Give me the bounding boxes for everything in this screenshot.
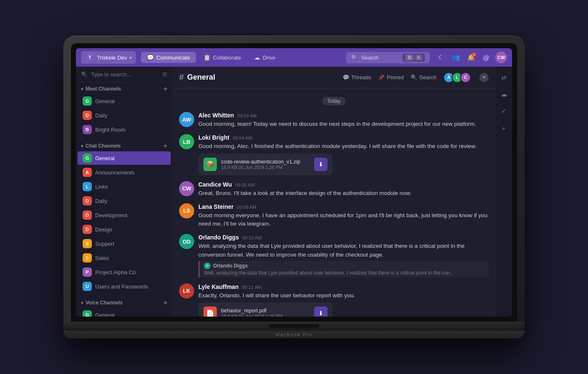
top-nav: T Triskele Dev ▾ 💬 Communicate 📋 Collabo… bbox=[76, 48, 512, 67]
collaborate-label: Collaborate bbox=[213, 55, 241, 61]
avatar: CW bbox=[179, 181, 194, 196]
channel-avatar: U bbox=[83, 282, 92, 291]
meet-channels-toggle[interactable]: ▾ bbox=[81, 87, 83, 91]
avatar: OD bbox=[179, 234, 194, 249]
download-button[interactable]: ⬇ bbox=[314, 158, 328, 171]
members-close-button[interactable]: ✕ bbox=[479, 73, 489, 82]
chat-channel-support[interactable]: S Support bbox=[78, 237, 171, 250]
message-time: 09:08 AM bbox=[237, 205, 256, 210]
voice-channels-toggle[interactable]: ▾ bbox=[81, 301, 83, 305]
chat-channels-add[interactable]: + bbox=[164, 143, 167, 149]
communicate-tab[interactable]: 💬 Communicate bbox=[141, 52, 196, 63]
meet-channels-label: Meet Channels bbox=[86, 86, 121, 92]
laptop-notch-area bbox=[63, 322, 525, 331]
message-header: Loki Bright 09:04 AM bbox=[198, 134, 489, 141]
theme-toggle-button[interactable]: ☾ bbox=[435, 52, 447, 63]
workspace-name: Triskele Dev bbox=[97, 55, 127, 61]
avatar: LK bbox=[179, 283, 194, 299]
message-header: Candice Wu 09:05 AM bbox=[198, 181, 489, 188]
quoted-text: Well, analyzing the data that Lyle provi… bbox=[204, 270, 455, 276]
meet-channels-add[interactable]: + bbox=[164, 86, 167, 92]
chat-channel-links[interactable]: L Links bbox=[78, 180, 171, 193]
collaborate-tab[interactable]: 📋 Collaborate bbox=[198, 52, 247, 63]
channel-name: Project Alpha Co. bbox=[95, 269, 137, 275]
user-avatar-nav[interactable]: CW bbox=[495, 52, 507, 63]
voice-channels-label: Voice Channels bbox=[86, 300, 122, 306]
avatar: LB bbox=[179, 134, 194, 149]
file-info: behavior_report.pdf 18.9 KB 01 Jun 2024 … bbox=[221, 308, 310, 317]
drive-tab[interactable]: ☁ Drive bbox=[248, 52, 281, 63]
message-row: AW Alec Whitten 09:04 AM Good morning, t… bbox=[179, 112, 489, 128]
chat-channel-users-passwords[interactable]: U Users and Passwords bbox=[78, 280, 171, 293]
message-header: Alec Whitten 09:04 AM bbox=[198, 112, 489, 119]
channel-name: Design bbox=[95, 226, 112, 233]
chat-channel-general[interactable]: G General bbox=[78, 151, 171, 165]
member-avatar-3[interactable]: C bbox=[460, 72, 471, 83]
notification-badge: 1 bbox=[472, 52, 476, 57]
date-divider: Today bbox=[179, 97, 489, 105]
message-header: Orlando Diggs 09:10 AM bbox=[198, 234, 489, 241]
channel-avatar: D bbox=[83, 225, 92, 234]
chat-channels-header: ▾ Chat Channels + bbox=[76, 139, 172, 151]
channel-avatar: A bbox=[83, 168, 92, 177]
main-content: 🔍 Type to search... ⊞ ▾ Meet Channels + … bbox=[76, 67, 512, 317]
download-button[interactable]: ⬇ bbox=[314, 306, 328, 317]
chat-channel-development[interactable]: D Development bbox=[78, 208, 171, 222]
quoted-avatar: O bbox=[204, 262, 211, 269]
meet-channel-brightroom[interactable]: B Bright Room bbox=[78, 123, 171, 136]
voice-channel-general[interactable]: G General bbox=[78, 308, 171, 317]
voice-channels-add[interactable]: + bbox=[164, 299, 167, 306]
file-attachment: 📦 code-review-authentication_v1.zip 18.9… bbox=[198, 153, 333, 175]
message-time: 09:11 AM bbox=[242, 285, 261, 290]
right-icon-add[interactable]: + bbox=[497, 121, 511, 135]
laptop-notch bbox=[269, 324, 319, 328]
meet-channel-general[interactable]: G General bbox=[78, 94, 171, 108]
message-row: LB Loki Bright 09:04 AM Good morning, Al… bbox=[179, 134, 489, 175]
search-messages-button[interactable]: 🔍 Search bbox=[411, 74, 437, 81]
collaborate-icon: 📋 bbox=[203, 54, 211, 61]
date-badge: Today bbox=[322, 97, 346, 105]
message-author: Loki Bright bbox=[198, 134, 229, 141]
message-text: Exactly, Orlando. I will share the user … bbox=[198, 291, 489, 300]
threads-button[interactable]: 💬 Threads bbox=[343, 74, 372, 81]
sidebar-search-placeholder[interactable]: Type to search... bbox=[91, 71, 159, 78]
workspace-button[interactable]: T Triskele Dev ▾ bbox=[81, 51, 136, 64]
meet-channels-header: ▾ Meet Channels + bbox=[76, 82, 172, 94]
pin-icon: 📌 bbox=[378, 74, 385, 81]
notifications-button[interactable]: 🔔 1 bbox=[465, 52, 477, 63]
file-info: code-review-authentication_v1.zip 18.9 K… bbox=[221, 159, 310, 170]
channel-avatar: G bbox=[83, 310, 92, 317]
chat-channel-design[interactable]: D Design bbox=[78, 223, 171, 236]
channel-avatar: D bbox=[83, 210, 92, 220]
drive-label: Drive bbox=[263, 55, 275, 61]
right-icon-cloud[interactable]: ☁ bbox=[497, 88, 511, 101]
message-time: 09:04 AM bbox=[233, 135, 252, 140]
chat-channel-sales[interactable]: S Sales bbox=[78, 251, 171, 265]
chat-channel-project-alpha[interactable]: P Project Alpha Co. bbox=[78, 265, 171, 279]
quoted-author: O Orlando Diggs bbox=[204, 262, 484, 269]
channel-avatar: S bbox=[83, 239, 92, 248]
search-messages-icon: 🔍 bbox=[411, 74, 417, 81]
file-name: code-review-authentication_v1.zip bbox=[221, 159, 310, 165]
nav-right-icons: ☾ 👥 🔔 1 @ CW bbox=[435, 52, 507, 63]
chat-title: # General bbox=[179, 73, 215, 82]
channel-avatar: S bbox=[83, 253, 92, 262]
channel-title: General bbox=[187, 73, 215, 82]
layout-toggle-icon[interactable]: ⊞ bbox=[162, 71, 167, 78]
channel-name: General bbox=[95, 98, 114, 104]
message-text: Great, Bruno. I'll take a look at the in… bbox=[198, 189, 489, 197]
message-body: Orlando Diggs 09:10 AM Well, analyzing t… bbox=[198, 234, 489, 278]
avatar: AW bbox=[179, 112, 194, 127]
pinned-button[interactable]: 📌 Pinned bbox=[378, 74, 403, 81]
right-icon-threads[interactable]: ⇄ bbox=[497, 71, 511, 84]
search-bar[interactable]: 🔍 Search ⌘ K bbox=[346, 52, 430, 63]
right-icon-check[interactable]: ✓ bbox=[497, 104, 511, 118]
chat-channel-announcements[interactable]: A Announcements bbox=[78, 166, 171, 179]
channel-avatar: B bbox=[83, 125, 92, 134]
mentions-button[interactable]: @ bbox=[480, 52, 492, 63]
chat-channels-toggle[interactable]: ▾ bbox=[81, 144, 83, 148]
team-button[interactable]: 👥 bbox=[450, 52, 462, 63]
chat-channel-daily[interactable]: D Daily bbox=[78, 194, 171, 208]
meet-channel-daily[interactable]: D Daily bbox=[78, 109, 171, 122]
file-name: behavior_report.pdf bbox=[221, 308, 310, 314]
